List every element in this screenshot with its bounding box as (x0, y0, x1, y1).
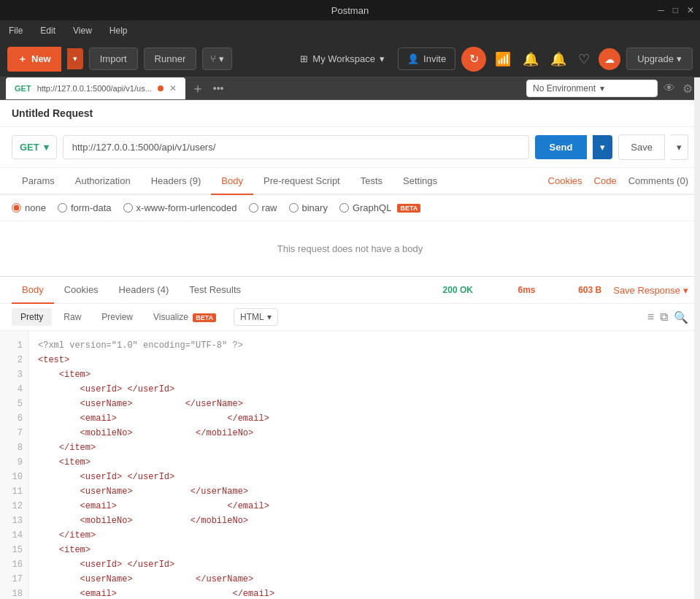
code-link[interactable]: Code (594, 175, 617, 186)
form-data-label: form-data (71, 202, 112, 213)
unsaved-indicator (158, 85, 164, 91)
resp-tab-headers[interactable]: Headers (4) (109, 277, 180, 304)
code-tab-visualize[interactable]: Visualize BETA (145, 308, 225, 326)
tab-tests[interactable]: Tests (350, 168, 393, 195)
send-button[interactable]: Send (535, 135, 588, 159)
copy-button[interactable]: ⧉ (660, 310, 668, 324)
minimize-button[interactable]: ─ (658, 5, 664, 15)
scrollbar[interactable] (694, 331, 700, 599)
tab-settings[interactable]: Settings (393, 168, 447, 195)
menu-help[interactable]: Help (107, 24, 131, 37)
option-none[interactable]: none (12, 202, 46, 213)
save-dropdown-button[interactable]: ▾ (671, 134, 688, 160)
radio-graphql[interactable] (339, 203, 349, 213)
option-raw[interactable]: raw (249, 202, 277, 213)
app-title: Postman (331, 5, 369, 16)
radio-form-data[interactable] (58, 203, 67, 213)
request-tab-right: Cookies Code Comments (0) (548, 175, 688, 186)
avatar-button[interactable]: ☁ (599, 48, 620, 70)
tab-pre-request[interactable]: Pre-request Script (253, 168, 350, 195)
import-button[interactable]: Import (89, 47, 138, 70)
request-title: Untitled Request (12, 107, 93, 119)
radio-raw[interactable] (249, 203, 258, 213)
status-value: 200 OK (443, 285, 473, 295)
method-select[interactable]: GET ▾ (12, 135, 57, 159)
send-dropdown-button[interactable]: ▾ (593, 135, 612, 159)
body-options: none form-data x-www-form-urlencoded raw… (0, 195, 700, 221)
request-tabs: Params Authorization Headers (9) Body Pr… (0, 168, 700, 195)
radio-urlencoded[interactable] (123, 203, 133, 213)
add-tab-button[interactable]: ＋ (185, 80, 210, 97)
env-settings-button[interactable]: ⚙ (681, 80, 694, 97)
code-tab-preview[interactable]: Preview (93, 308, 142, 326)
env-arrow-icon: ▾ (600, 83, 604, 94)
tab-method: GET (15, 84, 31, 93)
cookies-link[interactable]: Cookies (548, 175, 582, 186)
environment-select[interactable]: No Environment ▾ (526, 80, 658, 97)
option-binary[interactable]: binary (289, 202, 328, 213)
resp-tab-test-results[interactable]: Test Results (179, 277, 251, 304)
size-value: 603 B (578, 285, 601, 295)
heart-button[interactable]: ♡ (575, 48, 593, 70)
code-actions: ≡ (647, 310, 654, 324)
option-urlencoded[interactable]: x-www-form-urlencoded (123, 202, 237, 213)
person-icon: 👤 (407, 53, 419, 64)
fork-button[interactable]: ⑂ ▾ (202, 47, 232, 70)
runner-button[interactable]: Runner (144, 47, 197, 70)
save-button[interactable]: Save (618, 134, 665, 160)
resp-tab-cookies[interactable]: Cookies (54, 277, 109, 304)
method-label: GET (20, 142, 39, 153)
close-button[interactable]: ✕ (687, 5, 694, 15)
code-tab-pretty[interactable]: Pretty (12, 308, 52, 326)
resp-tab-body[interactable]: Body (12, 277, 54, 304)
code-action-right: ⧉ 🔍 (660, 310, 688, 324)
workspace-label: My Workspace (312, 53, 375, 64)
code-content: 123456789101112131415161718192021 <?xml … (0, 331, 700, 599)
option-graphql[interactable]: GraphQL BETA (339, 202, 420, 213)
new-dropdown-button[interactable]: ▾ (67, 48, 83, 69)
bell-button[interactable]: 🔔 (547, 48, 569, 70)
tab-params[interactable]: Params (12, 168, 65, 195)
menu-file[interactable]: File (6, 24, 26, 37)
format-arrow-icon: ▾ (267, 312, 272, 322)
sync-button[interactable]: ↻ (461, 47, 486, 72)
env-eye-button[interactable]: 👁 (662, 80, 677, 96)
tab-authorization[interactable]: Authorization (65, 168, 141, 195)
no-body-message: This request does not have a body (0, 221, 700, 276)
menu-edit[interactable]: Edit (37, 24, 58, 37)
radio-none[interactable] (12, 203, 21, 213)
menubar: File Edit View Help (0, 20, 700, 41)
tabs-bar: GET http://127.0.0.1:5000/api/v1/us... ✕… (0, 77, 700, 100)
menu-view[interactable]: View (70, 24, 95, 37)
window-controls: ─ □ ✕ (658, 5, 694, 15)
radio-binary[interactable] (289, 203, 299, 213)
request-tab[interactable]: GET http://127.0.0.1:5000/api/v1/us... ✕ (6, 77, 185, 99)
url-input[interactable] (63, 135, 529, 159)
save-response-arrow-icon: ▾ (683, 285, 688, 296)
wrap-lines-button[interactable]: ≡ (647, 310, 654, 324)
tab-body[interactable]: Body (211, 168, 253, 195)
comments-link[interactable]: Comments (0) (628, 175, 688, 186)
tab-close-button[interactable]: ✕ (169, 83, 177, 94)
save-response-button[interactable]: Save Response ▾ (613, 285, 688, 296)
visualize-label: Visualize (153, 312, 188, 322)
size-label: Size: (547, 285, 567, 295)
format-select[interactable]: HTML ▾ (234, 308, 278, 326)
signal-button[interactable]: 📶 (492, 48, 514, 70)
upgrade-button[interactable]: Upgrade ▾ (626, 47, 693, 70)
invite-button[interactable]: 👤 Invite (398, 47, 455, 70)
tab-headers[interactable]: Headers (9) (141, 168, 212, 195)
option-form-data[interactable]: form-data (58, 202, 112, 213)
code-tab-raw[interactable]: Raw (55, 308, 90, 326)
search-button[interactable]: 🔍 (674, 310, 688, 324)
maximize-button[interactable]: □ (673, 5, 678, 15)
notification-button[interactable]: 🔔 (520, 48, 542, 70)
code-view-tabs: Pretty Raw Preview Visualize BETA HTML ▾… (0, 304, 700, 331)
workspace-button[interactable]: ⊞ My Workspace ▾ (293, 48, 392, 69)
method-arrow-icon: ▾ (44, 142, 49, 153)
workspace-arrow-icon: ▾ (380, 53, 385, 64)
more-tabs-button[interactable]: ••• (210, 83, 227, 94)
new-button[interactable]: ＋ New (7, 47, 61, 72)
env-label: No Environment (533, 83, 596, 94)
code-lines: <?xml version="1.0" encoding="UTF-8" ?><… (29, 331, 700, 599)
